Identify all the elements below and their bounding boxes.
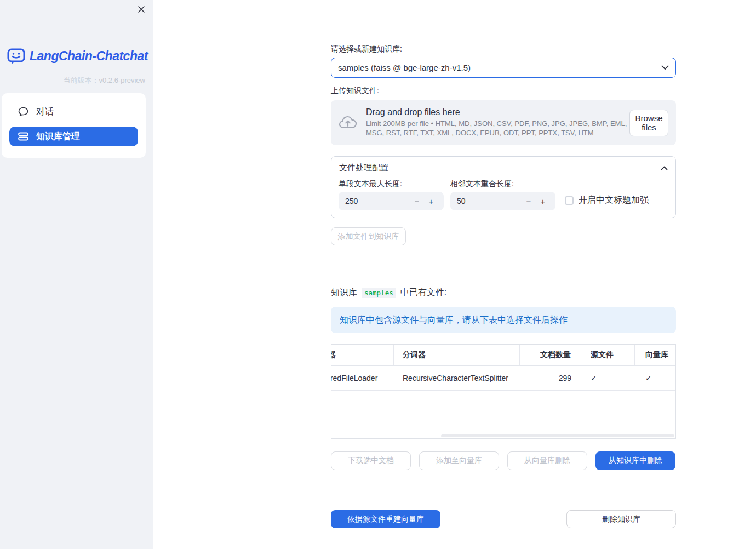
cell-vector-store-check: ✓ [635, 366, 676, 390]
col-header-source-file: 源文件 [580, 345, 635, 365]
table-horizontal-scrollbar[interactable] [441, 434, 674, 437]
app-root: LangChain-Chatchat 当前版本：v0.2.6-preview 对… [0, 0, 756, 549]
col-header-loader: 文档加载器 [331, 345, 394, 365]
browse-files-button[interactable]: Browse files [629, 110, 668, 136]
add-files-to-kb-button[interactable]: 添加文件到知识库 [331, 227, 406, 245]
minus-stepper[interactable]: − [522, 197, 536, 206]
kb-existing-files-heading: 知识库 samples 中已有文件: [331, 287, 446, 299]
logo-text: LangChain-Chatchat [30, 49, 148, 64]
upload-label: 上传知识文件: [331, 86, 379, 96]
table-header-row: 文档加载器 分词器 文档数量 源文件 向量库 [331, 345, 676, 366]
chevron-up-icon [661, 166, 668, 170]
expander-header[interactable]: 文件处理配置 [331, 157, 675, 173]
delete-from-kb-button[interactable]: 从知识库中删除 [595, 451, 675, 470]
info-banner: 知识库中包含源文件与向量库，请从下表中选择文件后操作 [331, 307, 676, 333]
app-logo: LangChain-Chatchat [7, 48, 148, 65]
dropzone-texts: Drag and drop files here Limit 200MB per… [366, 107, 629, 138]
overlap-size-field[interactable] [456, 196, 522, 206]
sidebar-item-label: 对话 [36, 106, 54, 118]
chunk-size-input: − + [339, 192, 444, 210]
chat-smiley-logo-icon [7, 48, 25, 65]
knowledge-base-icon [18, 132, 28, 141]
sidebar-close-button[interactable] [135, 3, 148, 16]
info-banner-text: 知识库中包含源文件与向量库，请从下表中选择文件后操作 [340, 314, 568, 326]
cell-doc-count: 299 [520, 366, 580, 390]
chunk-size-field[interactable] [344, 196, 410, 206]
overlap-size-input: − + [450, 192, 555, 210]
cloud-upload-icon [339, 114, 357, 131]
kb-files-table[interactable]: 文档加载器 分词器 文档数量 源文件 向量库 UnstructuredFileL… [331, 344, 676, 439]
download-selected-button[interactable]: 下载选中文档 [331, 451, 411, 470]
zh-title-checkbox-label: 开启中文标题加强 [579, 195, 649, 206]
table-row[interactable]: UnstructuredFileLoader RecursiveCharacte… [331, 366, 676, 391]
cell-loader: UnstructuredFileLoader [331, 366, 394, 390]
sidebar: LangChain-Chatchat 当前版本：v0.2.6-preview 对… [0, 0, 153, 549]
sidebar-nav: 对话 知识库管理 [2, 93, 146, 158]
dropzone-title: Drag and drop files here [366, 107, 629, 117]
chevron-down-icon [661, 65, 669, 70]
rebuild-vector-store-button[interactable]: 依据源文件重建向量库 [331, 510, 440, 528]
delete-from-vector-store-button[interactable]: 从向量库删除 [507, 451, 587, 470]
version-value: v0.2.6-preview [99, 76, 145, 84]
divider [331, 268, 676, 268]
zh-title-checkbox[interactable] [565, 196, 574, 205]
plus-stepper[interactable]: + [536, 197, 550, 206]
divider [331, 494, 676, 494]
version-label: 当前版本： [63, 76, 99, 84]
kb-files-prefix: 知识库 [331, 287, 357, 299]
col-header-vector-store: 向量库 [635, 345, 676, 365]
kb-files-suffix: 中已有文件: [400, 287, 446, 299]
zh-title-checkbox-row: 开启中文标题加强 [565, 195, 649, 206]
add-to-vector-store-button[interactable]: 添加至向量库 [419, 451, 499, 470]
dropzone-limit-text: Limit 200MB per file • HTML, MD, JSON, C… [366, 119, 628, 138]
sidebar-item-kb-management[interactable]: 知识库管理 [9, 127, 138, 146]
col-header-doc-count: 文档数量 [520, 345, 580, 365]
version-text: 当前版本：v0.2.6-preview [63, 76, 145, 85]
minus-stepper[interactable]: − [410, 197, 424, 206]
expander-title: 文件处理配置 [339, 163, 388, 173]
cell-source-file-check: ✓ [580, 366, 635, 390]
chat-bubble-icon [18, 107, 28, 117]
plus-stepper[interactable]: + [424, 197, 438, 206]
kb-select-value: samples (faiss @ bge-large-zh-v1.5) [338, 63, 471, 72]
close-icon [138, 5, 145, 13]
col-header-splitter: 分词器 [394, 345, 520, 365]
overlap-size-label: 相邻文本重合长度: [450, 179, 514, 189]
kb-files-table-inner: 文档加载器 分词器 文档数量 源文件 向量库 UnstructuredFileL… [331, 345, 676, 391]
chunk-size-label: 单段文本最大长度: [339, 179, 402, 189]
kb-select-label: 请选择或新建知识库: [331, 44, 402, 54]
delete-kb-button[interactable]: 删除知识库 [566, 510, 676, 528]
kb-name-code: samples [362, 288, 396, 298]
sidebar-item-label: 知识库管理 [36, 131, 80, 142]
sidebar-item-chat[interactable]: 对话 [9, 102, 138, 122]
kb-select[interactable]: samples (faiss @ bge-large-zh-v1.5) [331, 58, 676, 78]
cell-splitter: RecursiveCharacterTextSplitter [394, 366, 520, 390]
file-dropzone[interactable]: Drag and drop files here Limit 200MB per… [331, 100, 676, 145]
